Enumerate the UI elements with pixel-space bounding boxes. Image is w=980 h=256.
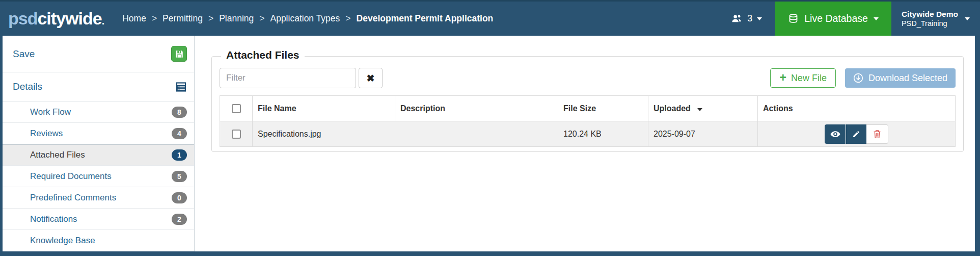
sidebar-item-label: Knowledge Base [30,236,95,246]
attached-files-panel: Attached Files ✖ + New File [211,56,964,152]
pencil-icon [852,130,860,138]
sidebar-item-reviews[interactable]: Reviews 4 [3,123,194,144]
breadcrumb-planning[interactable]: Planning [219,13,254,24]
clear-filter-button[interactable]: ✖ [359,68,383,88]
column-header-actions: Actions [758,96,956,121]
panel-toolbar: ✖ + New File Download Selected [220,68,956,88]
sidebar-item-details[interactable]: Details [13,81,42,92]
account-dropdown[interactable]: Citywide Demo PSD_Training [891,2,980,36]
floppy-disk-icon [175,49,184,59]
attached-files-table: File Name Description File Size Uploaded… [220,95,956,147]
count-badge: 4 [172,128,187,139]
users-icon [731,13,743,24]
sidebar-item-label: Work Flow [30,107,71,117]
table-header-row: File Name Description File Size Uploaded… [220,96,956,121]
new-file-label: New File [791,73,827,84]
download-selected-button[interactable]: Download Selected [845,68,956,88]
row-checkbox[interactable] [232,130,241,139]
sort-desc-icon [697,108,702,111]
app-window: psdcitywide. Home > Permitting > Plannin… [0,0,980,256]
sidebar-details-row: Details [3,72,194,101]
database-icon [788,13,799,24]
row-actions-group [763,124,950,144]
breadcrumb-current-page: Development Permit Application [357,13,494,24]
breadcrumb-separator: > [208,13,213,24]
description-cell [395,121,558,147]
breadcrumb-separator: > [259,13,264,24]
logo-psd: psd [8,9,37,28]
eye-icon [830,131,840,138]
table-row: Specifications.jpg 120.24 KB 2025-09-07 [220,121,956,147]
select-all-header [220,96,253,121]
breadcrumb-application-types[interactable]: Application Types [270,13,340,24]
active-users-dropdown[interactable]: 3 [718,2,775,36]
live-database-dropdown[interactable]: Live Database [775,2,891,36]
edit-file-button[interactable] [846,124,866,144]
caret-down-icon [874,17,879,20]
app-logo[interactable]: psdcitywide. [8,9,104,29]
active-users-count: 3 [747,13,752,24]
caret-down-icon [757,17,762,20]
uploaded-header-label: Uploaded [654,104,691,113]
new-file-button[interactable]: + New File [770,68,835,88]
sidebar-item-work-flow[interactable]: Work Flow 8 [3,101,194,123]
navbar-right-group: 3 Live Database Citywide Demo PSD_Traini… [718,2,980,36]
page-body: Save Details [0,36,980,256]
sidebar-item-required-documents[interactable]: Required Documents 5 [3,166,194,187]
breadcrumb-home[interactable]: Home [122,13,146,24]
count-badge: 8 [172,107,187,118]
count-badge: 0 [172,192,187,203]
live-database-label: Live Database [804,13,868,24]
file-name-cell: Specifications.jpg [253,121,395,147]
top-navbar: psdcitywide. Home > Permitting > Plannin… [0,2,980,36]
breadcrumb-permitting[interactable]: Permitting [162,13,203,24]
logo-citywide: citywide [37,9,101,28]
save-button[interactable] [171,46,187,62]
main-content: Attached Files ✖ + New File [195,36,975,251]
column-header-description[interactable]: Description [395,96,558,121]
logo-dot: . [102,15,104,27]
plus-icon: + [779,72,786,84]
caret-down-icon [965,17,970,20]
download-circle-icon [853,73,863,83]
sidebar-save-row: Save [3,36,194,72]
details-list-icon[interactable] [175,81,187,93]
count-badge: 5 [172,171,187,182]
account-info: Citywide Demo PSD_Training [902,9,958,29]
sidebar-item-attached-files[interactable]: Attached Files 1 [3,144,194,166]
delete-file-button[interactable] [866,124,888,144]
save-link[interactable]: Save [13,48,35,60]
sidebar-item-label: Attached Files [30,150,85,160]
uploaded-cell: 2025-09-07 [648,121,758,147]
column-header-file-name[interactable]: File Name [253,96,395,121]
sidebar-item-notifications[interactable]: Notifications 2 [3,209,194,230]
column-header-file-size[interactable]: File Size [558,96,648,121]
view-file-button[interactable] [825,124,846,144]
sidebar: Save Details [3,36,195,251]
sidebar-item-knowledge-base[interactable]: Knowledge Base [3,230,194,251]
column-header-uploaded[interactable]: Uploaded [648,96,758,121]
account-name: Citywide Demo [902,9,958,19]
sidebar-item-label: Predefined Comments [30,193,116,203]
breadcrumb-separator: > [152,13,157,24]
count-badge: 1 [172,149,187,161]
row-select-cell [220,121,253,147]
sidebar-item-predefined-comments[interactable]: Predefined Comments 0 [3,187,194,209]
sidebar-item-label: Reviews [30,129,63,139]
trash-icon [873,130,881,139]
actions-cell [758,121,956,147]
file-size-cell: 120.24 KB [558,121,648,147]
breadcrumb: Home > Permitting > Planning > Applicati… [122,13,493,24]
select-all-checkbox[interactable] [232,104,241,113]
sidebar-item-label: Required Documents [30,171,112,182]
account-org: PSD_Training [902,19,958,28]
panel-title: Attached Files [221,49,305,61]
filter-input[interactable] [220,68,356,88]
breadcrumb-separator: > [345,13,350,24]
clear-icon: ✖ [367,72,375,84]
sidebar-item-label: Notifications [30,214,77,224]
download-selected-label: Download Selected [868,73,947,84]
count-badge: 2 [172,214,187,225]
